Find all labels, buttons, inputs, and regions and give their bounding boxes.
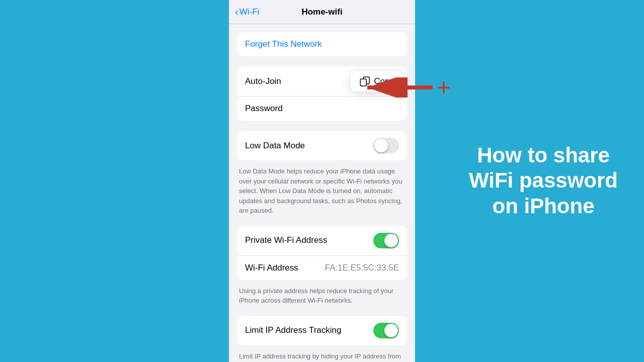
red-arrow-icon bbox=[357, 77, 438, 98]
back-button[interactable]: ‹ Wi-Fi bbox=[235, 6, 259, 18]
limit-description-text: Limit IP address tracking by hiding your… bbox=[239, 351, 405, 363]
private-wifi-toggle[interactable] bbox=[373, 233, 399, 248]
limit-ip-toggle[interactable] bbox=[373, 323, 399, 338]
password-label: Password bbox=[245, 104, 283, 114]
low-data-card: Low Data Mode bbox=[237, 131, 407, 160]
low-data-label: Low Data Mode bbox=[245, 141, 305, 151]
forget-network-card: Forget This Network bbox=[237, 32, 407, 56]
low-data-row: Low Data Mode bbox=[237, 131, 407, 160]
low-data-description-text: Low Data Mode helps reduce your iPhone d… bbox=[239, 166, 405, 216]
private-wifi-toggle-knob bbox=[384, 234, 398, 247]
wifi-address-label: Wi-Fi Address bbox=[245, 263, 298, 273]
plus-icon: + bbox=[437, 75, 451, 100]
limit-ip-label: Limit IP Address Tracking bbox=[245, 325, 342, 335]
private-description: Using a private address helps reduce tra… bbox=[237, 284, 407, 306]
content-area: Forget This Network Auto-Join Copy bbox=[229, 24, 415, 362]
nav-bar: ‹ Wi-Fi Home-wifi bbox=[229, 0, 415, 24]
low-data-description: Low Data Mode helps reduce your iPhone d… bbox=[237, 164, 407, 216]
private-wifi-row: Private Wi-Fi Address bbox=[237, 226, 407, 256]
limit-description: Limit IP address tracking by hiding your… bbox=[237, 349, 407, 363]
arrow-annotation: + bbox=[357, 75, 451, 100]
limit-ip-card: Limit IP Address Tracking bbox=[237, 316, 407, 345]
low-data-toggle-knob bbox=[374, 139, 388, 152]
phone-screen: ‹ Wi-Fi Home-wifi Forget This Network Au… bbox=[229, 0, 415, 362]
private-wifi-card: Private Wi-Fi Address Wi-Fi Address FA:1… bbox=[237, 226, 407, 280]
side-title-text: How to share WiFi password on iPhone bbox=[469, 143, 618, 218]
back-label: Wi-Fi bbox=[239, 7, 260, 17]
wifi-address-row: Wi-Fi Address FA:1E:E5:5C:33:5E bbox=[237, 256, 407, 280]
back-chevron-icon: ‹ bbox=[235, 6, 238, 18]
forget-network-row[interactable]: Forget This Network bbox=[237, 32, 407, 56]
password-row[interactable]: Password bbox=[237, 97, 407, 121]
forget-network-label: Forget This Network bbox=[245, 39, 322, 49]
auto-join-label: Auto-Join bbox=[245, 76, 281, 86]
private-description-text: Using a private address helps reduce tra… bbox=[239, 286, 405, 306]
private-wifi-label: Private Wi-Fi Address bbox=[245, 235, 327, 245]
wifi-address-value: FA:1E:E5:5C:33:5E bbox=[325, 263, 399, 273]
side-title: How to share WiFi password on iPhone bbox=[458, 143, 629, 219]
low-data-toggle[interactable] bbox=[373, 138, 399, 153]
nav-title: Home-wifi bbox=[301, 7, 342, 17]
limit-ip-row: Limit IP Address Tracking bbox=[237, 316, 407, 345]
limit-ip-toggle-knob bbox=[384, 324, 398, 337]
